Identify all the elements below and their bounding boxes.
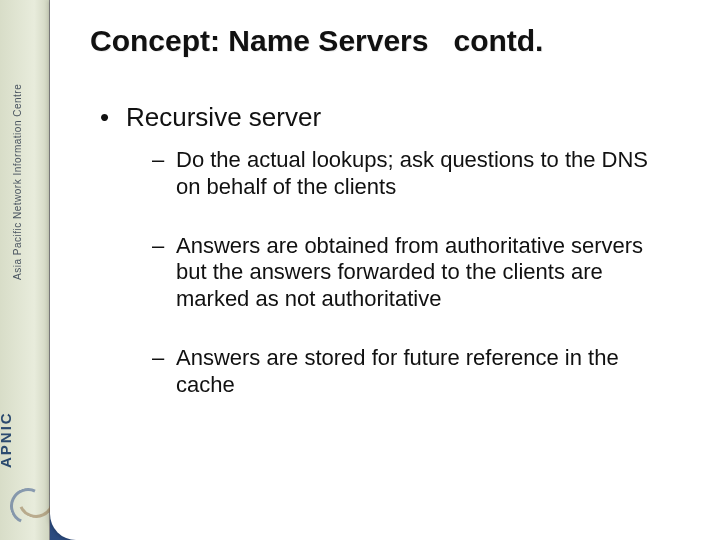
- apnic-logo-text: APNIC: [0, 411, 14, 468]
- sub-bullet-item: Answers are stored for future reference …: [152, 345, 674, 399]
- bullet-label: Recursive server: [126, 102, 321, 132]
- slide-title: Concept: Name Servers contd.: [90, 24, 674, 58]
- sub-bullet-item: Do the actual lookups; ask questions to …: [152, 147, 674, 201]
- apnic-logo: APNIC: [6, 408, 44, 528]
- sidebar: Asia Pacific Network Information Centre …: [0, 0, 50, 540]
- slide-content-inner: Concept: Name Servers contd. Recursive s…: [50, 0, 720, 455]
- bullet-list-level1: Recursive server Do the actual lookups; …: [90, 102, 674, 399]
- bullet-list-level2: Do the actual lookups; ask questions to …: [126, 147, 674, 399]
- bullet-item: Recursive server Do the actual lookups; …: [100, 102, 674, 399]
- apnic-swirl-icon: [10, 482, 50, 522]
- slide-background: Asia Pacific Network Information Centre …: [0, 0, 720, 540]
- sub-bullet-item: Answers are obtained from authoritative …: [152, 233, 674, 313]
- slide-content: Concept: Name Servers contd. Recursive s…: [50, 0, 720, 540]
- sidebar-org-text: Asia Pacific Network Information Centre: [12, 84, 23, 280]
